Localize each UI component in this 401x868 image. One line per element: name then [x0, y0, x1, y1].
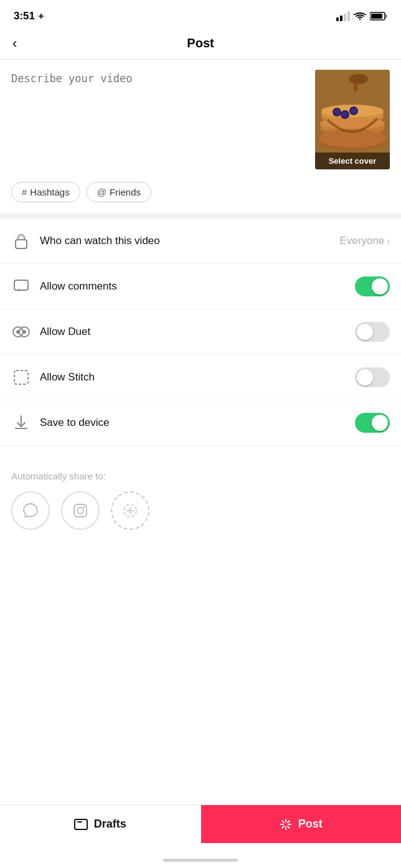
svg-marker-0	[37, 13, 45, 19]
battery-icon	[370, 12, 387, 21]
svg-point-30	[22, 330, 26, 334]
allow-stitch-label: Allow Stitch	[40, 371, 355, 384]
allow-duet-label: Allow Duet	[40, 326, 355, 338]
duet-icon	[11, 322, 31, 342]
back-button[interactable]: ‹	[12, 35, 17, 52]
who-can-watch-row[interactable]: Who can watch this video Everyone ›	[0, 219, 401, 264]
add-platform-button[interactable]	[111, 491, 149, 530]
friends-button[interactable]: @ Friends	[87, 182, 151, 202]
allow-duet-row: Allow Duet	[0, 309, 401, 355]
svg-rect-6	[385, 14, 387, 18]
allow-duet-toggle[interactable]	[355, 322, 390, 342]
svg-point-22	[342, 111, 348, 118]
friends-label: Friends	[110, 187, 141, 197]
status-bar: 3:51	[0, 0, 401, 30]
allow-comments-label: Allow comments	[40, 280, 355, 293]
svg-rect-31	[14, 370, 28, 384]
hashtag-symbol: #	[22, 187, 27, 197]
tag-buttons: # Hashtags @ Friends	[0, 179, 401, 214]
allow-stitch-toggle[interactable]	[355, 367, 390, 387]
share-icons-row	[11, 491, 390, 530]
svg-point-29	[16, 330, 20, 334]
save-to-device-label: Save to device	[40, 417, 355, 429]
bottom-buttons: Drafts Post	[0, 804, 401, 843]
svg-point-9	[349, 74, 368, 84]
allow-comments-toggle[interactable]	[355, 276, 390, 296]
who-can-watch-value: Everyone ›	[340, 235, 390, 247]
svg-rect-1	[336, 17, 339, 21]
cover-thumbnail[interactable]: Select cover	[315, 70, 390, 169]
svg-point-24	[351, 108, 357, 114]
nav-header: ‹ Post	[0, 30, 401, 59]
post-label: Post	[298, 818, 323, 831]
allow-comments-row: Allow comments	[0, 264, 401, 309]
instagram-share-button[interactable]	[61, 491, 100, 530]
drafts-icon	[74, 819, 88, 830]
svg-point-34	[83, 506, 85, 508]
hashtags-label: Hashtags	[30, 187, 69, 197]
page-title: Post	[187, 36, 214, 50]
svg-rect-26	[14, 280, 28, 290]
save-to-device-row: Save to device	[0, 400, 401, 446]
messages-share-button[interactable]	[11, 491, 50, 530]
svg-rect-37	[77, 821, 82, 823]
status-time: 3:51	[14, 10, 45, 22]
drafts-label: Drafts	[94, 818, 126, 831]
location-icon	[37, 12, 45, 20]
svg-point-33	[77, 507, 83, 514]
who-can-watch-label: Who can watch this video	[40, 235, 340, 247]
home-indicator	[163, 859, 238, 862]
signal-icon	[336, 11, 350, 21]
svg-rect-3	[344, 14, 346, 21]
svg-rect-2	[340, 16, 342, 21]
svg-point-20	[334, 109, 340, 115]
comment-icon	[11, 276, 31, 296]
wifi-icon	[354, 12, 366, 21]
description-area: Select cover	[0, 60, 401, 179]
save-to-device-toggle[interactable]	[355, 413, 390, 433]
svg-rect-4	[347, 11, 350, 21]
post-sparkle-icon	[280, 818, 292, 831]
stitch-icon	[11, 367, 31, 387]
cover-label[interactable]: Select cover	[315, 153, 390, 169]
svg-rect-10	[354, 76, 357, 92]
description-input[interactable]	[11, 70, 308, 151]
at-symbol: @	[97, 187, 106, 197]
chevron-icon: ›	[387, 236, 390, 246]
allow-stitch-row: Allow Stitch	[0, 355, 401, 400]
share-label: Automatically share to:	[11, 471, 390, 481]
svg-rect-36	[75, 819, 87, 829]
post-button[interactable]: Post	[201, 805, 402, 843]
lock-icon	[11, 231, 31, 251]
download-icon	[11, 413, 31, 433]
svg-rect-7	[371, 14, 382, 19]
settings-divider	[0, 214, 401, 219]
share-section: Automatically share to:	[0, 446, 401, 542]
hashtags-button[interactable]: # Hashtags	[11, 182, 80, 202]
drafts-button[interactable]: Drafts	[0, 805, 201, 843]
status-icons	[336, 11, 387, 21]
svg-rect-25	[16, 240, 27, 248]
